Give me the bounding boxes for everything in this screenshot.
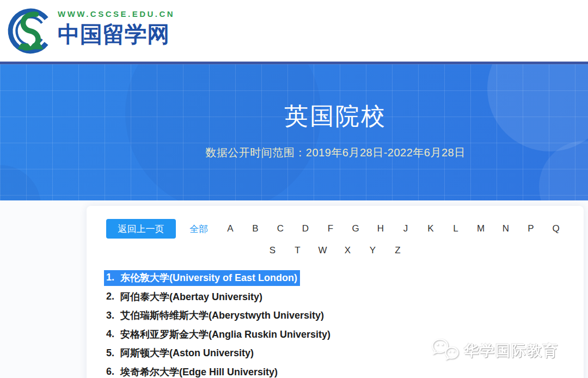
filter-letter-a[interactable]: A (218, 223, 243, 234)
item-number: 4. (106, 328, 114, 340)
filter-letter-q[interactable]: Q (543, 223, 568, 234)
filter-letter-f[interactable]: F (318, 223, 343, 234)
back-button[interactable]: 返回上一页 (106, 219, 176, 239)
site-logo[interactable]: WWW.CSCSE.EDU.CN 中国留学网 (7, 6, 175, 56)
data-date-range: 数据公开时间范围：2019年6月28日-2022年6月28日 (87, 145, 584, 160)
filter-letter-t[interactable]: T (285, 245, 310, 256)
content-card: 返回上一页 全部 A B C D F G H J K L M N P Q S T… (87, 206, 584, 378)
university-list-item[interactable]: 2. 阿伯泰大学(Abertay University) (106, 288, 584, 307)
university-name: 阿斯顿大学(Aston University) (120, 346, 254, 359)
filter-letter-p[interactable]: P (518, 223, 543, 234)
university-list-item[interactable]: 6. 埃奇希尔大学(Edge Hill University) (106, 363, 584, 378)
filter-letter-w[interactable]: W (310, 245, 335, 256)
hero-banner: 英国院校 数据公开时间范围：2019年6月28日-2022年6月28日 (0, 64, 588, 200)
filter-letter-g[interactable]: G (343, 223, 368, 234)
university-name: 埃奇希尔大学(Edge Hill University) (120, 365, 278, 378)
cscse-logo-icon (7, 6, 54, 56)
logo-text: WWW.CSCSE.EDU.CN 中国留学网 (58, 6, 175, 50)
item-number: 6. (106, 366, 114, 377)
item-number: 3. (106, 310, 114, 321)
alphabet-filter-row-2: S T W X Y Z (106, 243, 564, 258)
filter-letter-m[interactable]: M (468, 223, 493, 234)
university-list-item[interactable]: 3. 艾伯瑞斯特维斯大学(Aberystwyth University) (106, 306, 584, 325)
university-list-item[interactable]: 5. 阿斯顿大学(Aston University) (106, 344, 584, 363)
banner-content: 英国院校 数据公开时间范围：2019年6月28日-2022年6月28日 (87, 64, 584, 160)
banner-decor-circle (0, 165, 41, 200)
university-name: 东伦敦大学(University of East London) (120, 271, 297, 284)
filter-all-link[interactable]: 全部 (189, 223, 208, 235)
university-list: 1. 东伦敦大学(University of East London) 2. 阿… (106, 269, 584, 378)
site-header: WWW.CSCSE.EDU.CN 中国留学网 (0, 0, 588, 62)
filter-letter-h[interactable]: H (368, 223, 393, 234)
filter-letter-s[interactable]: S (260, 245, 285, 256)
site-url: WWW.CSCSE.EDU.CN (58, 9, 175, 19)
filter-letter-x[interactable]: X (335, 245, 360, 256)
item-number: 2. (106, 291, 114, 302)
filter-letter-d[interactable]: D (293, 223, 318, 234)
filter-letter-j[interactable]: J (393, 223, 418, 234)
filter-letter-c[interactable]: C (268, 223, 293, 234)
university-name: 艾伯瑞斯特维斯大学(Aberystwyth University) (120, 309, 324, 322)
site-name: 中国留学网 (58, 20, 175, 50)
item-number: 1. (106, 272, 114, 283)
university-list-item[interactable]: 4. 安格利亚罗斯金大学(Anglia Ruskin University) (106, 325, 584, 344)
filter-letter-y[interactable]: Y (360, 245, 385, 256)
alphabet-filter-row-1: 返回上一页 全部 A B C D F G H J K L M N P Q (106, 219, 584, 239)
filter-letter-k[interactable]: K (418, 223, 443, 234)
filter-letter-b[interactable]: B (243, 223, 268, 234)
university-name: 阿伯泰大学(Abertay University) (120, 290, 262, 303)
item-number: 5. (106, 347, 114, 359)
filter-letter-l[interactable]: L (443, 223, 468, 234)
filter-letter-z[interactable]: Z (385, 245, 411, 256)
filter-letter-n[interactable]: N (493, 223, 518, 234)
university-list-item-selected[interactable]: 1. 东伦敦大学(University of East London) (106, 269, 584, 288)
page-title: 英国院校 (87, 100, 584, 132)
university-name: 安格利亚罗斯金大学(Anglia Ruskin University) (120, 328, 330, 341)
